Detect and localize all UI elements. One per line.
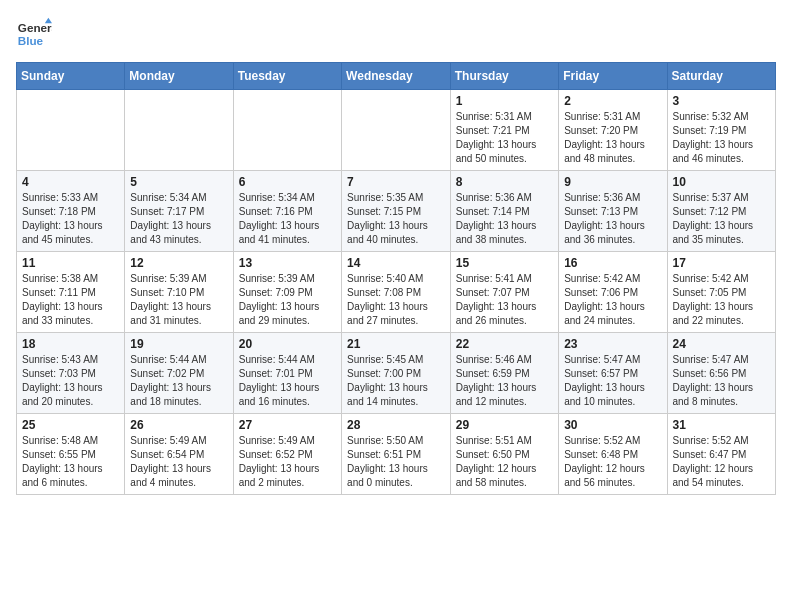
calendar-cell xyxy=(17,90,125,171)
day-number: 2 xyxy=(564,94,661,108)
col-header-thursday: Thursday xyxy=(450,63,558,90)
day-number: 19 xyxy=(130,337,227,351)
day-number: 11 xyxy=(22,256,119,270)
col-header-sunday: Sunday xyxy=(17,63,125,90)
day-info: Sunrise: 5:52 AM Sunset: 6:48 PM Dayligh… xyxy=(564,434,661,490)
day-number: 10 xyxy=(673,175,771,189)
day-number: 5 xyxy=(130,175,227,189)
day-number: 7 xyxy=(347,175,445,189)
calendar-cell: 14Sunrise: 5:40 AM Sunset: 7:08 PM Dayli… xyxy=(342,252,451,333)
day-info: Sunrise: 5:49 AM Sunset: 6:52 PM Dayligh… xyxy=(239,434,336,490)
day-info: Sunrise: 5:36 AM Sunset: 7:13 PM Dayligh… xyxy=(564,191,661,247)
day-info: Sunrise: 5:31 AM Sunset: 7:21 PM Dayligh… xyxy=(456,110,553,166)
calendar-cell xyxy=(233,90,341,171)
calendar-cell: 19Sunrise: 5:44 AM Sunset: 7:02 PM Dayli… xyxy=(125,333,233,414)
day-info: Sunrise: 5:49 AM Sunset: 6:54 PM Dayligh… xyxy=(130,434,227,490)
calendar-cell: 24Sunrise: 5:47 AM Sunset: 6:56 PM Dayli… xyxy=(667,333,776,414)
calendar-cell: 12Sunrise: 5:39 AM Sunset: 7:10 PM Dayli… xyxy=(125,252,233,333)
calendar-week-3: 11Sunrise: 5:38 AM Sunset: 7:11 PM Dayli… xyxy=(17,252,776,333)
calendar-cell: 29Sunrise: 5:51 AM Sunset: 6:50 PM Dayli… xyxy=(450,414,558,495)
day-info: Sunrise: 5:52 AM Sunset: 6:47 PM Dayligh… xyxy=(673,434,771,490)
col-header-wednesday: Wednesday xyxy=(342,63,451,90)
col-header-tuesday: Tuesday xyxy=(233,63,341,90)
calendar-cell: 28Sunrise: 5:50 AM Sunset: 6:51 PM Dayli… xyxy=(342,414,451,495)
day-number: 25 xyxy=(22,418,119,432)
day-info: Sunrise: 5:45 AM Sunset: 7:00 PM Dayligh… xyxy=(347,353,445,409)
calendar-cell: 4Sunrise: 5:33 AM Sunset: 7:18 PM Daylig… xyxy=(17,171,125,252)
day-info: Sunrise: 5:34 AM Sunset: 7:16 PM Dayligh… xyxy=(239,191,336,247)
day-info: Sunrise: 5:42 AM Sunset: 7:05 PM Dayligh… xyxy=(673,272,771,328)
calendar: SundayMondayTuesdayWednesdayThursdayFrid… xyxy=(16,62,776,495)
day-info: Sunrise: 5:42 AM Sunset: 7:06 PM Dayligh… xyxy=(564,272,661,328)
day-number: 23 xyxy=(564,337,661,351)
calendar-cell xyxy=(125,90,233,171)
day-number: 18 xyxy=(22,337,119,351)
calendar-cell: 15Sunrise: 5:41 AM Sunset: 7:07 PM Dayli… xyxy=(450,252,558,333)
day-number: 27 xyxy=(239,418,336,432)
day-number: 30 xyxy=(564,418,661,432)
calendar-cell: 16Sunrise: 5:42 AM Sunset: 7:06 PM Dayli… xyxy=(559,252,667,333)
day-info: Sunrise: 5:47 AM Sunset: 6:57 PM Dayligh… xyxy=(564,353,661,409)
header: General Blue xyxy=(16,16,776,52)
calendar-cell: 10Sunrise: 5:37 AM Sunset: 7:12 PM Dayli… xyxy=(667,171,776,252)
day-info: Sunrise: 5:32 AM Sunset: 7:19 PM Dayligh… xyxy=(673,110,771,166)
logo: General Blue xyxy=(16,16,56,52)
calendar-cell: 1Sunrise: 5:31 AM Sunset: 7:21 PM Daylig… xyxy=(450,90,558,171)
calendar-cell: 26Sunrise: 5:49 AM Sunset: 6:54 PM Dayli… xyxy=(125,414,233,495)
day-info: Sunrise: 5:44 AM Sunset: 7:02 PM Dayligh… xyxy=(130,353,227,409)
day-number: 4 xyxy=(22,175,119,189)
day-info: Sunrise: 5:35 AM Sunset: 7:15 PM Dayligh… xyxy=(347,191,445,247)
day-number: 16 xyxy=(564,256,661,270)
day-number: 3 xyxy=(673,94,771,108)
svg-text:Blue: Blue xyxy=(18,34,44,47)
calendar-cell: 31Sunrise: 5:52 AM Sunset: 6:47 PM Dayli… xyxy=(667,414,776,495)
day-number: 6 xyxy=(239,175,336,189)
day-number: 9 xyxy=(564,175,661,189)
calendar-cell: 23Sunrise: 5:47 AM Sunset: 6:57 PM Dayli… xyxy=(559,333,667,414)
calendar-cell: 17Sunrise: 5:42 AM Sunset: 7:05 PM Dayli… xyxy=(667,252,776,333)
day-number: 17 xyxy=(673,256,771,270)
day-info: Sunrise: 5:38 AM Sunset: 7:11 PM Dayligh… xyxy=(22,272,119,328)
day-info: Sunrise: 5:37 AM Sunset: 7:12 PM Dayligh… xyxy=(673,191,771,247)
day-info: Sunrise: 5:51 AM Sunset: 6:50 PM Dayligh… xyxy=(456,434,553,490)
day-number: 12 xyxy=(130,256,227,270)
day-info: Sunrise: 5:31 AM Sunset: 7:20 PM Dayligh… xyxy=(564,110,661,166)
calendar-cell: 9Sunrise: 5:36 AM Sunset: 7:13 PM Daylig… xyxy=(559,171,667,252)
calendar-cell: 22Sunrise: 5:46 AM Sunset: 6:59 PM Dayli… xyxy=(450,333,558,414)
calendar-cell: 21Sunrise: 5:45 AM Sunset: 7:00 PM Dayli… xyxy=(342,333,451,414)
calendar-cell: 8Sunrise: 5:36 AM Sunset: 7:14 PM Daylig… xyxy=(450,171,558,252)
calendar-week-4: 18Sunrise: 5:43 AM Sunset: 7:03 PM Dayli… xyxy=(17,333,776,414)
day-number: 13 xyxy=(239,256,336,270)
day-number: 31 xyxy=(673,418,771,432)
day-number: 26 xyxy=(130,418,227,432)
calendar-cell: 13Sunrise: 5:39 AM Sunset: 7:09 PM Dayli… xyxy=(233,252,341,333)
col-header-friday: Friday xyxy=(559,63,667,90)
calendar-week-2: 4Sunrise: 5:33 AM Sunset: 7:18 PM Daylig… xyxy=(17,171,776,252)
calendar-cell: 30Sunrise: 5:52 AM Sunset: 6:48 PM Dayli… xyxy=(559,414,667,495)
day-info: Sunrise: 5:34 AM Sunset: 7:17 PM Dayligh… xyxy=(130,191,227,247)
day-number: 22 xyxy=(456,337,553,351)
day-info: Sunrise: 5:39 AM Sunset: 7:09 PM Dayligh… xyxy=(239,272,336,328)
col-header-saturday: Saturday xyxy=(667,63,776,90)
calendar-week-1: 1Sunrise: 5:31 AM Sunset: 7:21 PM Daylig… xyxy=(17,90,776,171)
calendar-cell: 11Sunrise: 5:38 AM Sunset: 7:11 PM Dayli… xyxy=(17,252,125,333)
calendar-cell xyxy=(342,90,451,171)
day-info: Sunrise: 5:46 AM Sunset: 6:59 PM Dayligh… xyxy=(456,353,553,409)
calendar-cell: 25Sunrise: 5:48 AM Sunset: 6:55 PM Dayli… xyxy=(17,414,125,495)
day-number: 14 xyxy=(347,256,445,270)
day-info: Sunrise: 5:40 AM Sunset: 7:08 PM Dayligh… xyxy=(347,272,445,328)
day-info: Sunrise: 5:36 AM Sunset: 7:14 PM Dayligh… xyxy=(456,191,553,247)
col-header-monday: Monday xyxy=(125,63,233,90)
day-number: 28 xyxy=(347,418,445,432)
calendar-cell: 20Sunrise: 5:44 AM Sunset: 7:01 PM Dayli… xyxy=(233,333,341,414)
day-number: 20 xyxy=(239,337,336,351)
day-number: 15 xyxy=(456,256,553,270)
day-info: Sunrise: 5:47 AM Sunset: 6:56 PM Dayligh… xyxy=(673,353,771,409)
calendar-header-row: SundayMondayTuesdayWednesdayThursdayFrid… xyxy=(17,63,776,90)
day-info: Sunrise: 5:33 AM Sunset: 7:18 PM Dayligh… xyxy=(22,191,119,247)
calendar-cell: 27Sunrise: 5:49 AM Sunset: 6:52 PM Dayli… xyxy=(233,414,341,495)
calendar-cell: 3Sunrise: 5:32 AM Sunset: 7:19 PM Daylig… xyxy=(667,90,776,171)
day-info: Sunrise: 5:50 AM Sunset: 6:51 PM Dayligh… xyxy=(347,434,445,490)
day-info: Sunrise: 5:39 AM Sunset: 7:10 PM Dayligh… xyxy=(130,272,227,328)
day-number: 8 xyxy=(456,175,553,189)
